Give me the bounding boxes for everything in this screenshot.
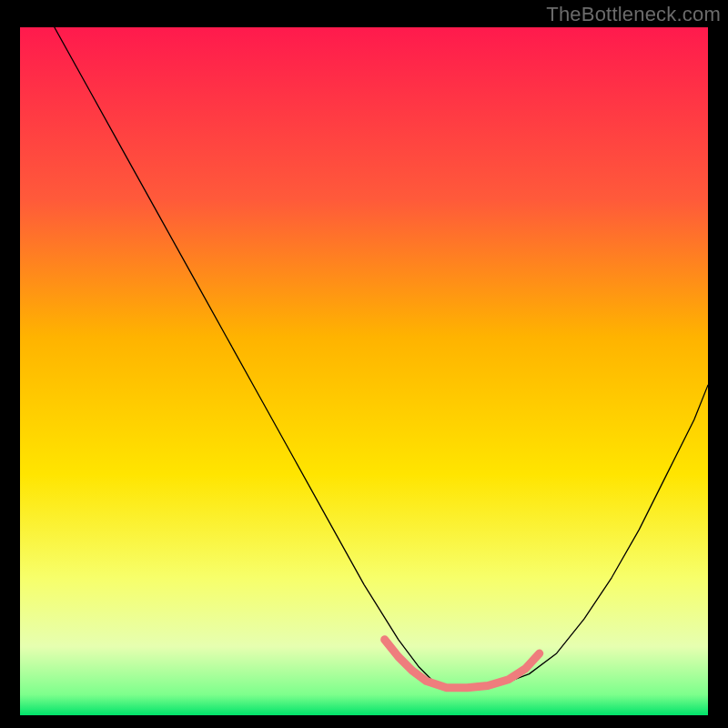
watermark-text: TheBottleneck.com — [546, 3, 721, 26]
chart-frame: TheBottleneck.com — [0, 0, 728, 728]
bottleneck-chart — [20, 27, 708, 715]
gradient-background — [20, 27, 708, 715]
plot-area — [20, 27, 708, 715]
